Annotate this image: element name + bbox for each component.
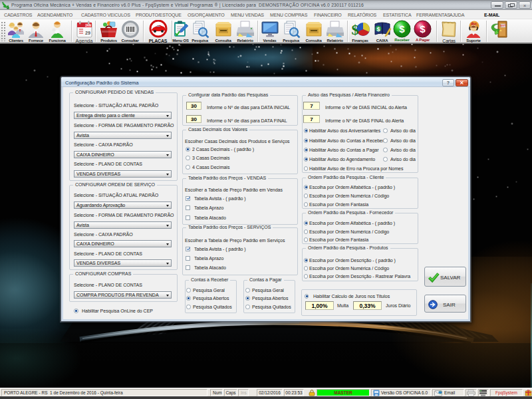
svg-text:EXIT: EXIT xyxy=(500,25,505,27)
svg-text:JAN: JAN xyxy=(84,24,90,27)
svg-text:$: $ xyxy=(399,23,405,35)
svg-text:$: $ xyxy=(420,23,426,35)
svg-text:$: $ xyxy=(351,21,358,38)
svg-text:$: $ xyxy=(376,26,380,33)
svg-text:29: 29 xyxy=(85,31,90,35)
